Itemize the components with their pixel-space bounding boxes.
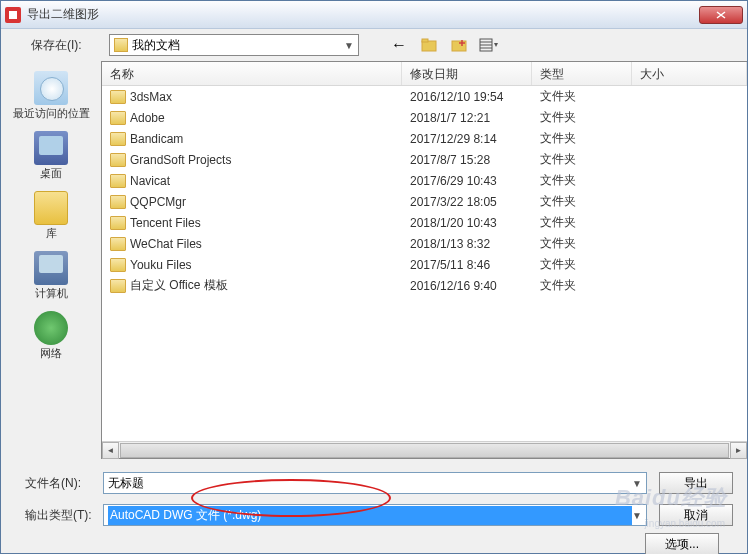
- file-date: 2016/12/10 19:54: [402, 88, 532, 106]
- file-row[interactable]: Adobe2018/1/7 12:21文件夹: [102, 107, 747, 128]
- cancel-button[interactable]: 取消: [659, 504, 733, 526]
- back-button[interactable]: ←: [389, 35, 409, 55]
- file-row[interactable]: Youku Files2017/5/11 8:46文件夹: [102, 254, 747, 275]
- file-row[interactable]: Bandicam2017/12/29 8:14文件夹: [102, 128, 747, 149]
- chevron-down-icon: ▼: [632, 510, 642, 521]
- file-row[interactable]: Tencent Files2018/1/20 10:43文件夹: [102, 212, 747, 233]
- file-name: WeChat Files: [130, 237, 202, 251]
- file-date: 2017/12/29 8:14: [402, 130, 532, 148]
- network-icon: [34, 311, 68, 345]
- file-row[interactable]: Navicat2017/6/29 10:43文件夹: [102, 170, 747, 191]
- file-type: 文件夹: [532, 170, 632, 191]
- file-row[interactable]: 3dsMax2016/12/10 19:54文件夹: [102, 86, 747, 107]
- file-name: Navicat: [130, 174, 170, 188]
- chevron-down-icon: ▼: [632, 478, 642, 489]
- file-name: Adobe: [130, 111, 165, 125]
- column-size[interactable]: 大小: [632, 62, 747, 85]
- chevron-down-icon: ▼: [344, 40, 354, 51]
- file-size: [632, 242, 747, 246]
- close-button[interactable]: [699, 6, 743, 24]
- places-sidebar: 最近访问的位置 桌面 库 计算机 网络: [1, 61, 101, 459]
- file-size: [632, 158, 747, 162]
- column-type[interactable]: 类型: [532, 62, 632, 85]
- filename-label: 文件名(N):: [15, 475, 103, 492]
- location-text: 我的文档: [132, 37, 344, 54]
- column-name[interactable]: 名称: [102, 62, 402, 85]
- file-name: QQPCMgr: [130, 195, 186, 209]
- file-type: 文件夹: [532, 149, 632, 170]
- sidebar-desktop[interactable]: 桌面: [1, 125, 101, 185]
- window-title: 导出二维图形: [27, 6, 699, 23]
- file-type: 文件夹: [532, 128, 632, 149]
- file-size: [632, 263, 747, 267]
- file-name: Tencent Files: [130, 216, 201, 230]
- recent-places-icon: [34, 71, 68, 105]
- file-name: Bandicam: [130, 132, 183, 146]
- view-menu-button[interactable]: [479, 35, 499, 55]
- folder-icon: [110, 132, 126, 146]
- file-date: 2017/8/7 15:28: [402, 151, 532, 169]
- file-list[interactable]: 3dsMax2016/12/10 19:54文件夹Adobe2018/1/7 1…: [102, 86, 747, 441]
- file-name: GrandSoft Projects: [130, 153, 231, 167]
- file-name: Youku Files: [130, 258, 192, 272]
- scroll-thumb[interactable]: [120, 443, 729, 458]
- file-type: 文件夹: [532, 212, 632, 233]
- folder-icon: [110, 279, 126, 293]
- file-name: 3dsMax: [130, 90, 172, 104]
- file-type: 文件夹: [532, 107, 632, 128]
- filename-input[interactable]: 无标题 ▼: [103, 472, 647, 494]
- svg-rect-1: [422, 39, 428, 42]
- file-date: 2018/1/20 10:43: [402, 214, 532, 232]
- sidebar-libraries[interactable]: 库: [1, 185, 101, 245]
- file-size: [632, 95, 747, 99]
- file-row[interactable]: 自定义 Office 模板2016/12/16 9:40文件夹: [102, 275, 747, 296]
- folder-icon: [110, 195, 126, 209]
- file-date: 2018/1/13 8:32: [402, 235, 532, 253]
- desktop-icon: [34, 131, 68, 165]
- file-date: 2017/5/11 8:46: [402, 256, 532, 274]
- file-size: [632, 137, 747, 141]
- folder-icon: [110, 237, 126, 251]
- app-icon: [5, 7, 21, 23]
- options-button[interactable]: 选项...: [645, 533, 719, 554]
- scroll-right-icon[interactable]: ►: [730, 442, 747, 459]
- file-list-header: 名称 修改日期 类型 大小: [102, 62, 747, 86]
- libraries-icon: [34, 191, 68, 225]
- computer-icon: [34, 251, 68, 285]
- file-row[interactable]: QQPCMgr2017/3/22 18:05文件夹: [102, 191, 747, 212]
- sidebar-computer[interactable]: 计算机: [1, 245, 101, 305]
- file-name: 自定义 Office 模板: [130, 277, 228, 294]
- up-folder-button[interactable]: [419, 35, 439, 55]
- column-date[interactable]: 修改日期: [402, 62, 532, 85]
- folder-icon: [110, 153, 126, 167]
- file-size: [632, 116, 747, 120]
- horizontal-scrollbar[interactable]: ◄ ►: [102, 441, 747, 458]
- filetype-dropdown[interactable]: AutoCAD DWG 文件 (*.dwg) ▼: [103, 504, 647, 526]
- filetype-label: 输出类型(T):: [15, 507, 103, 524]
- save-in-label: 保存在(I):: [31, 37, 101, 54]
- file-date: 2018/1/7 12:21: [402, 109, 532, 127]
- folder-icon: [110, 216, 126, 230]
- file-size: [632, 221, 747, 225]
- file-type: 文件夹: [532, 254, 632, 275]
- file-row[interactable]: GrandSoft Projects2017/8/7 15:28文件夹: [102, 149, 747, 170]
- folder-icon: [110, 258, 126, 272]
- folder-icon: [110, 174, 126, 188]
- sidebar-network[interactable]: 网络: [1, 305, 101, 365]
- file-date: 2017/6/29 10:43: [402, 172, 532, 190]
- folder-icon: [110, 111, 126, 125]
- new-folder-button[interactable]: [449, 35, 469, 55]
- export-button[interactable]: 导出: [659, 472, 733, 494]
- file-size: [632, 179, 747, 183]
- folder-icon: [114, 38, 128, 52]
- sidebar-recent[interactable]: 最近访问的位置: [1, 65, 101, 125]
- location-dropdown[interactable]: 我的文档 ▼: [109, 34, 359, 56]
- scroll-left-icon[interactable]: ◄: [102, 442, 119, 459]
- file-size: [632, 200, 747, 204]
- file-size: [632, 284, 747, 288]
- file-date: 2016/12/16 9:40: [402, 277, 532, 295]
- folder-icon: [110, 90, 126, 104]
- file-type: 文件夹: [532, 191, 632, 212]
- file-type: 文件夹: [532, 233, 632, 254]
- file-row[interactable]: WeChat Files2018/1/13 8:32文件夹: [102, 233, 747, 254]
